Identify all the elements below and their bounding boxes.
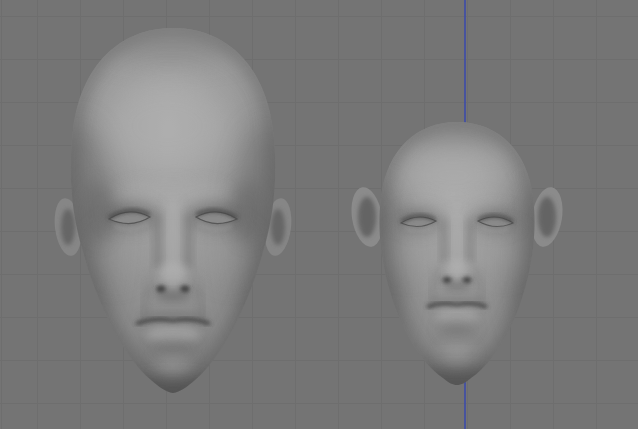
head-model-small[interactable] (351, 117, 563, 393)
head-model-large[interactable] (53, 22, 293, 398)
3d-viewport[interactable] (0, 0, 638, 429)
head-shading (351, 117, 563, 393)
